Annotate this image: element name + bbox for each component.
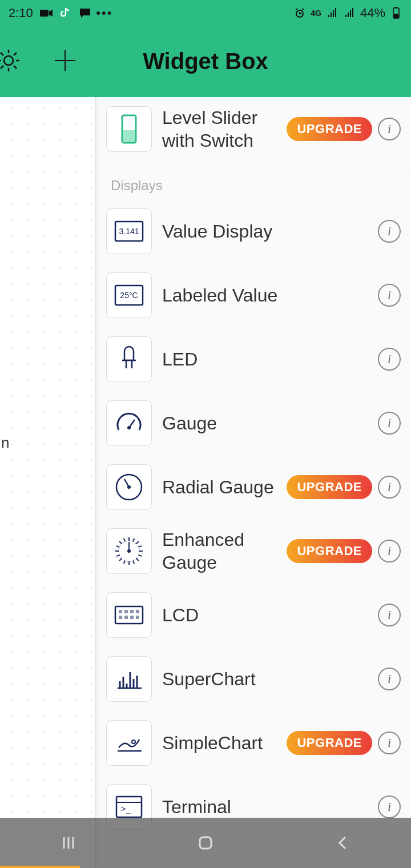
plus-icon bbox=[50, 46, 80, 75]
value-display-icon: 3.141 bbox=[106, 208, 152, 254]
info-button[interactable]: i bbox=[378, 476, 401, 499]
svg-text:25°C: 25°C bbox=[120, 291, 138, 300]
widget-item[interactable]: Enhanced GaugeUPGRADEi bbox=[96, 519, 411, 583]
widget-item[interactable]: 25°CLabeled Valuei bbox=[96, 263, 411, 327]
status-bar: 2:10 ••• 4G 44% bbox=[0, 0, 411, 26]
svg-rect-57 bbox=[136, 616, 139, 619]
page-title: Widget Box bbox=[143, 49, 268, 74]
widget-item[interactable]: Gaugei bbox=[96, 391, 411, 455]
svg-point-66 bbox=[132, 740, 135, 744]
gauge-icon bbox=[106, 400, 152, 446]
svg-rect-49 bbox=[115, 606, 143, 624]
tiktok-icon bbox=[59, 7, 72, 19]
settings-button[interactable] bbox=[0, 47, 22, 76]
svg-line-41 bbox=[119, 541, 122, 544]
svg-rect-73 bbox=[200, 837, 211, 849]
svg-rect-17 bbox=[123, 130, 135, 142]
radial-gauge-icon bbox=[106, 464, 152, 510]
info-button[interactable]: i bbox=[378, 348, 401, 371]
upgrade-badge[interactable]: UPGRADE bbox=[287, 731, 372, 755]
battery-percent: 44% bbox=[360, 6, 385, 21]
info-button[interactable]: i bbox=[378, 604, 401, 626]
nav-home-button[interactable] bbox=[194, 831, 217, 854]
nav-recents-button[interactable] bbox=[57, 831, 80, 854]
svg-line-32 bbox=[139, 554, 142, 556]
upgrade-badge[interactable]: UPGRADE bbox=[287, 475, 372, 499]
superchart-icon bbox=[106, 656, 152, 702]
svg-rect-0 bbox=[40, 10, 49, 17]
widget-label: Radial Gauge bbox=[162, 476, 287, 499]
widget-item[interactable]: Level Slider with SwitchUPGRADEi bbox=[96, 97, 411, 161]
gear-icon bbox=[0, 47, 22, 74]
widget-label: Level Slider with Switch bbox=[162, 106, 287, 152]
svg-line-40 bbox=[116, 545, 120, 546]
widget-item[interactable]: LEDi bbox=[96, 327, 411, 391]
alarm-icon bbox=[293, 7, 306, 19]
svg-line-38 bbox=[116, 554, 120, 556]
widget-label: Labeled Value bbox=[162, 284, 378, 307]
svg-rect-51 bbox=[119, 616, 122, 619]
svg-line-13 bbox=[14, 53, 17, 55]
svg-rect-4 bbox=[395, 7, 397, 8]
widget-label: Enhanced Gauge bbox=[162, 528, 287, 574]
info-button[interactable]: i bbox=[378, 732, 401, 754]
signal-1-icon bbox=[326, 7, 339, 19]
svg-line-10 bbox=[1, 53, 3, 55]
widget-item[interactable]: Radial GaugeUPGRADEi bbox=[96, 455, 411, 519]
svg-line-33 bbox=[136, 558, 139, 560]
widget-label: Value Display bbox=[162, 220, 378, 243]
info-button[interactable]: i bbox=[378, 118, 401, 140]
svg-line-26 bbox=[129, 420, 135, 428]
widget-item[interactable]: SuperCharti bbox=[96, 647, 411, 711]
info-button[interactable]: i bbox=[378, 540, 401, 562]
status-time: 2:10 bbox=[9, 6, 33, 21]
svg-rect-55 bbox=[130, 616, 134, 619]
widget-label: LCD bbox=[162, 604, 378, 626]
svg-rect-50 bbox=[119, 610, 122, 613]
battery-icon bbox=[390, 7, 402, 19]
svg-line-12 bbox=[1, 66, 3, 69]
upgrade-badge[interactable]: UPGRADE bbox=[287, 117, 372, 141]
svg-line-46 bbox=[139, 545, 142, 546]
svg-line-45 bbox=[136, 541, 139, 544]
led-icon bbox=[106, 336, 152, 382]
simplechart-icon bbox=[106, 720, 152, 766]
svg-point-5 bbox=[4, 56, 13, 65]
canvas-preview[interactable]: n bbox=[0, 97, 96, 868]
info-button[interactable]: i bbox=[378, 220, 401, 243]
svg-rect-56 bbox=[136, 610, 139, 613]
lcd-icon bbox=[106, 592, 152, 638]
info-button[interactable]: i bbox=[378, 795, 401, 818]
widget-item[interactable]: LCDi bbox=[96, 583, 411, 647]
message-icon bbox=[79, 7, 91, 19]
upgrade-badge[interactable]: UPGRADE bbox=[287, 539, 372, 563]
svg-rect-53 bbox=[124, 616, 128, 619]
info-button[interactable]: i bbox=[378, 284, 401, 307]
gesture-indicator bbox=[0, 866, 80, 868]
section-header: Displays bbox=[96, 168, 411, 199]
widget-item[interactable]: SimpleChartUPGRADEi bbox=[96, 711, 411, 775]
video-icon bbox=[40, 7, 53, 19]
svg-rect-54 bbox=[130, 610, 134, 613]
add-widget-button[interactable] bbox=[50, 46, 80, 78]
widget-label: SimpleChart bbox=[162, 732, 287, 754]
stray-letter: n bbox=[1, 434, 9, 452]
widget-list[interactable]: Level Slider with SwitchUPGRADEiDisplays… bbox=[96, 97, 411, 868]
info-button[interactable]: i bbox=[378, 412, 401, 435]
svg-line-29 bbox=[124, 479, 129, 487]
signal-2-icon bbox=[343, 7, 356, 19]
widget-label: SuperChart bbox=[162, 668, 378, 690]
svg-text:>_: >_ bbox=[121, 804, 131, 814]
more-dots-icon: ••• bbox=[98, 7, 111, 19]
app-header: Widget Box bbox=[0, 26, 411, 97]
info-button[interactable]: i bbox=[378, 668, 401, 690]
svg-line-36 bbox=[124, 560, 125, 564]
widget-item[interactable]: 3.141Value Displayi bbox=[96, 199, 411, 263]
widget-label: Gauge bbox=[162, 412, 378, 435]
svg-rect-52 bbox=[124, 610, 128, 613]
svg-line-34 bbox=[133, 560, 134, 564]
nav-back-button[interactable] bbox=[331, 831, 354, 854]
network-type: 4G bbox=[311, 9, 321, 18]
widget-label: Terminal bbox=[162, 795, 378, 818]
svg-line-37 bbox=[119, 558, 122, 560]
